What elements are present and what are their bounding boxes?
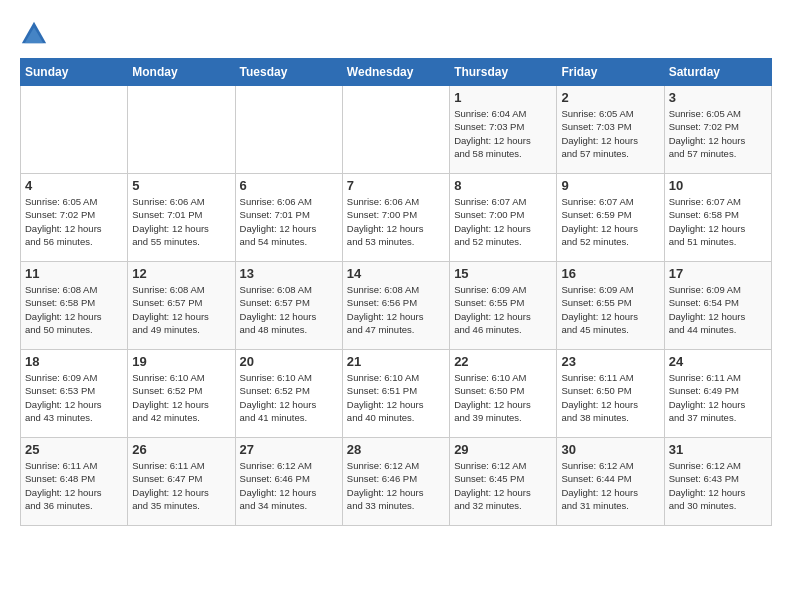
calendar-cell: 9Sunrise: 6:07 AM Sunset: 6:59 PM Daylig… xyxy=(557,174,664,262)
calendar-cell xyxy=(342,86,449,174)
calendar-cell: 29Sunrise: 6:12 AM Sunset: 6:45 PM Dayli… xyxy=(450,438,557,526)
calendar-week-row: 18Sunrise: 6:09 AM Sunset: 6:53 PM Dayli… xyxy=(21,350,772,438)
calendar-cell: 6Sunrise: 6:06 AM Sunset: 7:01 PM Daylig… xyxy=(235,174,342,262)
day-info: Sunrise: 6:07 AM Sunset: 7:00 PM Dayligh… xyxy=(454,195,552,248)
calendar-cell: 10Sunrise: 6:07 AM Sunset: 6:58 PM Dayli… xyxy=(664,174,771,262)
day-number: 23 xyxy=(561,354,659,369)
calendar-cell: 27Sunrise: 6:12 AM Sunset: 6:46 PM Dayli… xyxy=(235,438,342,526)
day-info: Sunrise: 6:04 AM Sunset: 7:03 PM Dayligh… xyxy=(454,107,552,160)
day-info: Sunrise: 6:11 AM Sunset: 6:48 PM Dayligh… xyxy=(25,459,123,512)
calendar-cell: 22Sunrise: 6:10 AM Sunset: 6:50 PM Dayli… xyxy=(450,350,557,438)
day-number: 2 xyxy=(561,90,659,105)
calendar-cell: 18Sunrise: 6:09 AM Sunset: 6:53 PM Dayli… xyxy=(21,350,128,438)
day-info: Sunrise: 6:11 AM Sunset: 6:47 PM Dayligh… xyxy=(132,459,230,512)
day-info: Sunrise: 6:06 AM Sunset: 7:00 PM Dayligh… xyxy=(347,195,445,248)
day-number: 19 xyxy=(132,354,230,369)
calendar-cell: 12Sunrise: 6:08 AM Sunset: 6:57 PM Dayli… xyxy=(128,262,235,350)
calendar-cell: 11Sunrise: 6:08 AM Sunset: 6:58 PM Dayli… xyxy=(21,262,128,350)
days-header-row: SundayMondayTuesdayWednesdayThursdayFrid… xyxy=(21,59,772,86)
day-number: 20 xyxy=(240,354,338,369)
day-number: 17 xyxy=(669,266,767,281)
calendar-week-row: 4Sunrise: 6:05 AM Sunset: 7:02 PM Daylig… xyxy=(21,174,772,262)
calendar-cell: 16Sunrise: 6:09 AM Sunset: 6:55 PM Dayli… xyxy=(557,262,664,350)
day-number: 22 xyxy=(454,354,552,369)
day-info: Sunrise: 6:12 AM Sunset: 6:43 PM Dayligh… xyxy=(669,459,767,512)
day-number: 31 xyxy=(669,442,767,457)
day-info: Sunrise: 6:12 AM Sunset: 6:46 PM Dayligh… xyxy=(240,459,338,512)
calendar-cell: 31Sunrise: 6:12 AM Sunset: 6:43 PM Dayli… xyxy=(664,438,771,526)
day-info: Sunrise: 6:09 AM Sunset: 6:53 PM Dayligh… xyxy=(25,371,123,424)
day-number: 7 xyxy=(347,178,445,193)
day-info: Sunrise: 6:08 AM Sunset: 6:57 PM Dayligh… xyxy=(132,283,230,336)
day-number: 26 xyxy=(132,442,230,457)
day-info: Sunrise: 6:12 AM Sunset: 6:46 PM Dayligh… xyxy=(347,459,445,512)
day-info: Sunrise: 6:12 AM Sunset: 6:45 PM Dayligh… xyxy=(454,459,552,512)
calendar-cell: 3Sunrise: 6:05 AM Sunset: 7:02 PM Daylig… xyxy=(664,86,771,174)
calendar-cell: 21Sunrise: 6:10 AM Sunset: 6:51 PM Dayli… xyxy=(342,350,449,438)
calendar-cell: 25Sunrise: 6:11 AM Sunset: 6:48 PM Dayli… xyxy=(21,438,128,526)
day-header-thursday: Thursday xyxy=(450,59,557,86)
calendar-cell: 4Sunrise: 6:05 AM Sunset: 7:02 PM Daylig… xyxy=(21,174,128,262)
day-info: Sunrise: 6:11 AM Sunset: 6:49 PM Dayligh… xyxy=(669,371,767,424)
day-number: 12 xyxy=(132,266,230,281)
day-number: 24 xyxy=(669,354,767,369)
day-number: 28 xyxy=(347,442,445,457)
day-info: Sunrise: 6:05 AM Sunset: 7:03 PM Dayligh… xyxy=(561,107,659,160)
day-number: 21 xyxy=(347,354,445,369)
calendar-cell: 1Sunrise: 6:04 AM Sunset: 7:03 PM Daylig… xyxy=(450,86,557,174)
logo-icon xyxy=(20,20,48,48)
calendar-cell xyxy=(235,86,342,174)
day-info: Sunrise: 6:06 AM Sunset: 7:01 PM Dayligh… xyxy=(132,195,230,248)
calendar-cell xyxy=(21,86,128,174)
calendar-cell: 8Sunrise: 6:07 AM Sunset: 7:00 PM Daylig… xyxy=(450,174,557,262)
day-header-wednesday: Wednesday xyxy=(342,59,449,86)
day-number: 14 xyxy=(347,266,445,281)
day-number: 18 xyxy=(25,354,123,369)
day-info: Sunrise: 6:10 AM Sunset: 6:52 PM Dayligh… xyxy=(240,371,338,424)
calendar-cell: 24Sunrise: 6:11 AM Sunset: 6:49 PM Dayli… xyxy=(664,350,771,438)
day-number: 4 xyxy=(25,178,123,193)
calendar-cell: 7Sunrise: 6:06 AM Sunset: 7:00 PM Daylig… xyxy=(342,174,449,262)
calendar-week-row: 1Sunrise: 6:04 AM Sunset: 7:03 PM Daylig… xyxy=(21,86,772,174)
day-number: 8 xyxy=(454,178,552,193)
day-number: 10 xyxy=(669,178,767,193)
day-info: Sunrise: 6:07 AM Sunset: 6:59 PM Dayligh… xyxy=(561,195,659,248)
day-header-monday: Monday xyxy=(128,59,235,86)
calendar-cell: 13Sunrise: 6:08 AM Sunset: 6:57 PM Dayli… xyxy=(235,262,342,350)
day-info: Sunrise: 6:09 AM Sunset: 6:54 PM Dayligh… xyxy=(669,283,767,336)
day-number: 9 xyxy=(561,178,659,193)
logo xyxy=(20,20,52,48)
calendar-cell: 20Sunrise: 6:10 AM Sunset: 6:52 PM Dayli… xyxy=(235,350,342,438)
calendar-cell: 5Sunrise: 6:06 AM Sunset: 7:01 PM Daylig… xyxy=(128,174,235,262)
calendar-cell: 14Sunrise: 6:08 AM Sunset: 6:56 PM Dayli… xyxy=(342,262,449,350)
calendar-week-row: 25Sunrise: 6:11 AM Sunset: 6:48 PM Dayli… xyxy=(21,438,772,526)
calendar-week-row: 11Sunrise: 6:08 AM Sunset: 6:58 PM Dayli… xyxy=(21,262,772,350)
day-number: 27 xyxy=(240,442,338,457)
day-info: Sunrise: 6:05 AM Sunset: 7:02 PM Dayligh… xyxy=(25,195,123,248)
calendar-cell: 17Sunrise: 6:09 AM Sunset: 6:54 PM Dayli… xyxy=(664,262,771,350)
day-number: 29 xyxy=(454,442,552,457)
day-number: 15 xyxy=(454,266,552,281)
day-info: Sunrise: 6:10 AM Sunset: 6:50 PM Dayligh… xyxy=(454,371,552,424)
calendar-cell: 2Sunrise: 6:05 AM Sunset: 7:03 PM Daylig… xyxy=(557,86,664,174)
calendar-cell: 28Sunrise: 6:12 AM Sunset: 6:46 PM Dayli… xyxy=(342,438,449,526)
page-header xyxy=(20,20,772,48)
day-number: 30 xyxy=(561,442,659,457)
day-number: 13 xyxy=(240,266,338,281)
day-info: Sunrise: 6:11 AM Sunset: 6:50 PM Dayligh… xyxy=(561,371,659,424)
day-number: 3 xyxy=(669,90,767,105)
day-number: 6 xyxy=(240,178,338,193)
day-info: Sunrise: 6:05 AM Sunset: 7:02 PM Dayligh… xyxy=(669,107,767,160)
day-header-tuesday: Tuesday xyxy=(235,59,342,86)
day-number: 5 xyxy=(132,178,230,193)
day-info: Sunrise: 6:10 AM Sunset: 6:51 PM Dayligh… xyxy=(347,371,445,424)
day-info: Sunrise: 6:08 AM Sunset: 6:57 PM Dayligh… xyxy=(240,283,338,336)
calendar-cell: 23Sunrise: 6:11 AM Sunset: 6:50 PM Dayli… xyxy=(557,350,664,438)
calendar-cell: 15Sunrise: 6:09 AM Sunset: 6:55 PM Dayli… xyxy=(450,262,557,350)
day-number: 25 xyxy=(25,442,123,457)
calendar-table: SundayMondayTuesdayWednesdayThursdayFrid… xyxy=(20,58,772,526)
day-info: Sunrise: 6:10 AM Sunset: 6:52 PM Dayligh… xyxy=(132,371,230,424)
day-info: Sunrise: 6:08 AM Sunset: 6:56 PM Dayligh… xyxy=(347,283,445,336)
day-header-sunday: Sunday xyxy=(21,59,128,86)
day-info: Sunrise: 6:06 AM Sunset: 7:01 PM Dayligh… xyxy=(240,195,338,248)
